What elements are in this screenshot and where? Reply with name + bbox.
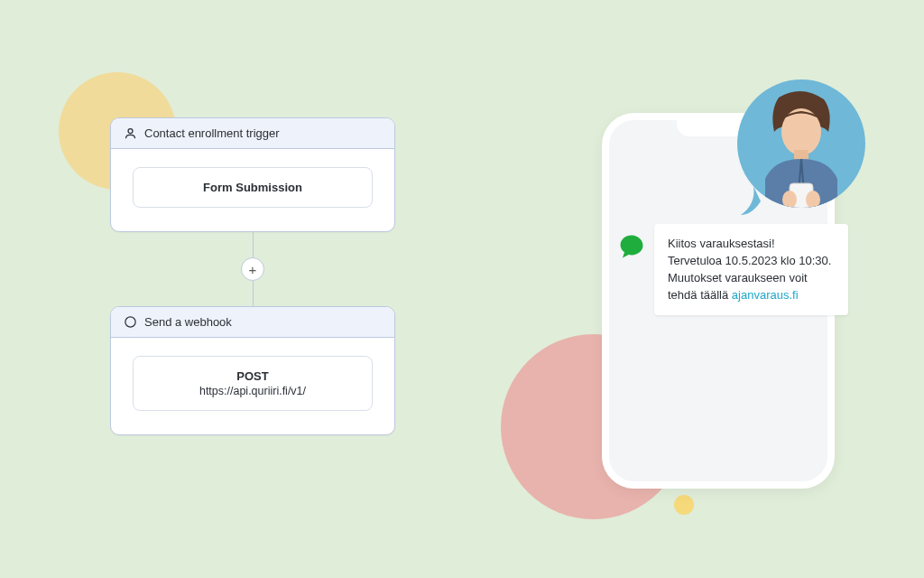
trigger-card-header: Contact enrollment trigger (111, 118, 394, 149)
connector-line (253, 281, 254, 306)
trigger-card[interactable]: Contact enrollment trigger Form Submissi… (110, 117, 395, 232)
add-step-button[interactable]: + (241, 257, 264, 281)
sms-line2: Tervetuloa 10.5.2023 klo 10:30. (668, 254, 831, 267)
sms-bubble: Kiitos varauksestasi! Tervetuloa 10.5.20… (654, 224, 848, 315)
trigger-title: Contact enrollment trigger (144, 126, 280, 140)
connector-line (253, 232, 254, 257)
chat-bubble-icon (618, 233, 645, 260)
action-card[interactable]: Send a webhook POST https://api.quriiri.… (110, 306, 395, 435)
trigger-content: Form Submission (133, 167, 373, 208)
person-icon (124, 126, 137, 140)
action-title: Send a webhook (144, 315, 232, 329)
webhook-icon (124, 315, 137, 329)
workflow-diagram: Contact enrollment trigger Form Submissi… (110, 117, 395, 435)
svg-point-8 (806, 191, 820, 209)
svg-point-1 (125, 317, 135, 327)
action-method: POST (236, 369, 268, 383)
sms-message: Kiitos varauksestasi! Tervetuloa 10.5.20… (618, 224, 848, 315)
action-card-header: Send a webhook (111, 307, 394, 338)
action-url: https://api.quriiri.fi/v1/ (143, 385, 363, 397)
svg-point-7 (782, 191, 797, 209)
svg-point-0 (128, 129, 133, 134)
workflow-connector: + (110, 232, 395, 306)
decoration-circle-small (674, 495, 694, 515)
avatar-bubble (734, 79, 869, 215)
sms-link[interactable]: ajanvaraus.fi (732, 288, 799, 302)
sms-line1: Kiitos varauksestasi! (668, 237, 775, 250)
action-content: POST https://api.quriiri.fi/v1/ (133, 356, 373, 411)
